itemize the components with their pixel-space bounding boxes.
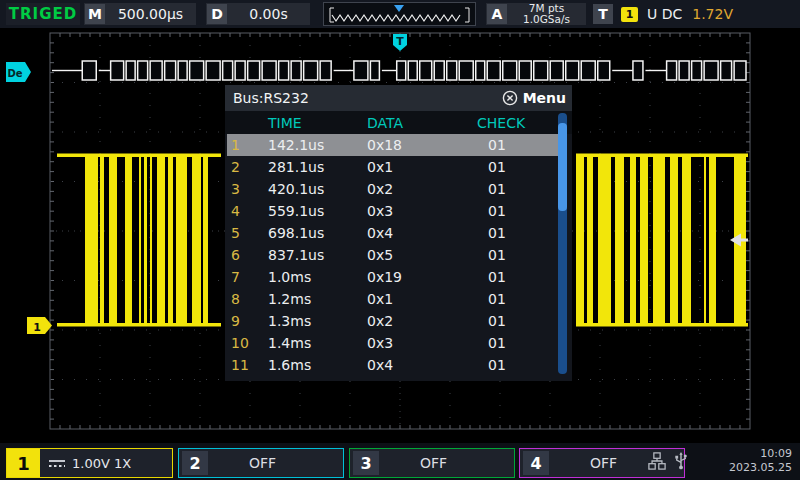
svg-text:T: T	[396, 35, 404, 48]
row-data: 0x1	[367, 291, 393, 307]
table-row[interactable]: 6 837.1us 0x5 01	[227, 244, 560, 266]
row-time: 1.2ms	[268, 291, 311, 307]
channel-2-box[interactable]: 2 OFF	[178, 448, 344, 478]
svg-text:1: 1	[33, 321, 41, 334]
trigger-level-value: 1.72V	[692, 6, 733, 22]
channel-1-box[interactable]: 1 1.00V 1X	[6, 448, 173, 478]
row-number: 6	[231, 247, 240, 263]
row-check: 01	[488, 357, 506, 373]
row-check: 01	[488, 335, 506, 351]
memory-waveform-preview	[323, 2, 476, 26]
preview-bracket-right-icon	[465, 8, 469, 22]
row-time: 1.6ms	[268, 357, 311, 373]
row-data: 0x1	[367, 159, 393, 175]
sample-rate: 1.0GSa/s	[507, 14, 586, 25]
row-time: 1.0ms	[268, 269, 311, 285]
row-number: 7	[231, 269, 240, 285]
table-row[interactable]: 2 281.1us 0x1 01	[227, 156, 560, 178]
channel-4-badge: 4	[523, 451, 549, 475]
trigger-chip: T	[593, 4, 613, 24]
delay-value: 0.00s	[227, 6, 310, 22]
channel-2-badge: 2	[182, 451, 208, 475]
channel-status-bar: 1 1.00V 1X 2 OFF 3 OFF 4 OFF	[0, 443, 800, 480]
channel-1-scale: 1.00V 1X	[72, 456, 131, 471]
delay-chip: D	[207, 4, 227, 24]
trigger-status-badge: TRIGED	[6, 3, 80, 25]
scrollbar-thumb[interactable]	[558, 123, 567, 211]
bus-decode-table: Bus:RS232 Menu TIME DATA CHECK 1 142.1us…	[225, 85, 572, 381]
row-number: 10	[231, 335, 249, 351]
row-check: 01	[488, 269, 506, 285]
column-header-check: CHECK	[477, 115, 525, 131]
acquire-chip: A	[487, 4, 507, 24]
row-data: 0x19	[367, 269, 402, 285]
decode-bus-trace	[52, 61, 746, 80]
bus-table-titlebar: Bus:RS232 Menu	[225, 85, 572, 111]
bus-table-title: Bus:RS232	[233, 90, 309, 106]
channel-1-badge: 1	[7, 449, 40, 477]
clock-date: 2023.05.25	[696, 461, 792, 475]
row-number: 8	[231, 291, 240, 307]
close-circle-icon[interactable]	[502, 90, 518, 106]
row-time: 698.1us	[268, 225, 324, 241]
row-check: 01	[488, 313, 506, 329]
row-data: 0x18	[367, 137, 402, 153]
table-row[interactable]: 8 1.2ms 0x1 01	[227, 288, 560, 310]
table-row[interactable]: 4 559.1us 0x3 01	[227, 200, 560, 222]
row-check: 01	[488, 291, 506, 307]
column-header-data: DATA	[367, 115, 403, 131]
row-data: 0x2	[367, 181, 393, 197]
dc-coupling-icon	[48, 458, 66, 468]
row-number: 2	[231, 159, 240, 175]
waveform-display-area: TDe1 Bus:RS232 Menu TIME DATA CHECK 1	[0, 28, 800, 443]
channel-3-badge: 3	[353, 451, 379, 475]
clock-time: 10:09	[696, 447, 792, 461]
row-number: 1	[231, 137, 240, 153]
row-time: 1.4ms	[268, 335, 311, 351]
delay-box[interactable]: D 0.00s	[206, 3, 310, 25]
trigger-position-marker[interactable]: T	[393, 34, 407, 51]
bus-table-menu-button[interactable]: Menu	[502, 85, 566, 111]
oscilloscope-screen: TRIGED M 500.00μs D 0.00s A 7M pts 1.0GS…	[0, 0, 800, 480]
bus-table-header: TIME DATA CHECK	[225, 111, 572, 134]
channel-3-box[interactable]: 3 OFF	[349, 448, 515, 478]
table-row[interactable]: 11 1.6ms 0x4 01	[227, 354, 560, 376]
row-data: 0x4	[367, 225, 393, 241]
channel-4-state: OFF	[549, 455, 658, 471]
row-time: 559.1us	[268, 203, 324, 219]
row-number: 11	[231, 357, 249, 373]
trigger-coupling: U DC	[647, 6, 682, 22]
table-row[interactable]: 9 1.3ms 0x2 01	[227, 310, 560, 332]
row-time: 420.1us	[268, 181, 324, 197]
clock: 10:09 2023.05.25	[696, 447, 792, 475]
timebase-box[interactable]: M 500.00μs	[84, 3, 196, 25]
row-check: 01	[488, 225, 506, 241]
usb-icon	[674, 451, 688, 470]
timebase-value: 500.00μs	[105, 6, 196, 22]
row-check: 01	[488, 159, 506, 175]
trigger-position-icon	[394, 5, 404, 12]
row-number: 4	[231, 203, 240, 219]
decode-channel-marker[interactable]: De	[6, 62, 31, 82]
table-row[interactable]: 10 1.4ms 0x3 01	[227, 332, 560, 354]
table-row[interactable]: 1 142.1us 0x18 01	[227, 134, 560, 156]
row-data: 0x3	[367, 203, 393, 219]
timebase-chip: M	[85, 4, 105, 24]
menu-label[interactable]: Menu	[523, 90, 566, 106]
row-data: 0x3	[367, 335, 393, 351]
row-check: 01	[488, 203, 506, 219]
table-row[interactable]: 5 698.1us 0x4 01	[227, 222, 560, 244]
channel-3-state: OFF	[379, 455, 488, 471]
table-row[interactable]: 3 420.1us 0x2 01	[227, 178, 560, 200]
channel-2-state: OFF	[208, 455, 317, 471]
channel-1-position-marker[interactable]: 1	[27, 317, 52, 334]
table-row[interactable]: 7 1.0ms 0x19 01	[227, 266, 560, 288]
trigger-source-badge: 1	[621, 7, 638, 22]
row-number: 9	[231, 313, 240, 329]
trigger-info-box[interactable]: T 1 U DC 1.72V	[592, 3, 792, 25]
row-time: 281.1us	[268, 159, 324, 175]
acquire-box[interactable]: A 7M pts 1.0GSa/s	[486, 3, 586, 25]
table-scrollbar[interactable]	[558, 113, 567, 374]
row-time: 1.3ms	[268, 313, 311, 329]
row-data: 0x2	[367, 313, 393, 329]
